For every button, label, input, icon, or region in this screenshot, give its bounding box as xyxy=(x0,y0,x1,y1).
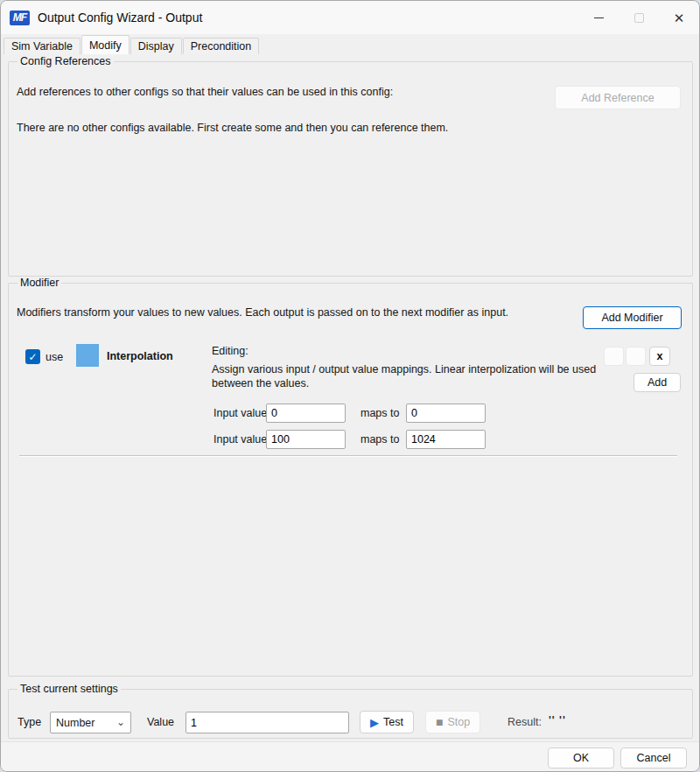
modifier-title: Modifier xyxy=(18,277,61,289)
modifier-name: Interpolation xyxy=(107,350,173,362)
add-mapping-button[interactable]: Add xyxy=(634,373,681,392)
config-references-group: Config References Add references to othe… xyxy=(8,61,693,277)
add-modifier-button[interactable]: Add Modifier xyxy=(583,306,682,329)
maximize-button xyxy=(619,1,659,34)
mapping-input-field[interactable] xyxy=(266,430,346,449)
modifier-separator xyxy=(19,455,677,457)
use-label: use xyxy=(46,351,63,363)
editing-description: Assign various input / output value mapp… xyxy=(212,363,632,390)
minimize-icon xyxy=(594,18,604,18)
output-config-wizard-window: MF Output Config Wizard - Output ✕ Sim V… xyxy=(0,0,700,772)
modifier-description: Modifiers transform your values to new v… xyxy=(17,306,508,319)
title-bar[interactable]: MF Output Config Wizard - Output ✕ xyxy=(1,1,699,34)
stop-icon: ■ xyxy=(436,715,443,729)
tab-display[interactable]: Display xyxy=(130,38,182,54)
config-references-description: Add references to other configs so that … xyxy=(17,86,393,98)
minimize-button[interactable] xyxy=(578,1,619,34)
tab-precondition[interactable]: Precondition xyxy=(183,38,260,54)
cancel-button[interactable]: Cancel xyxy=(620,747,687,768)
stop-button-label: Stop xyxy=(447,716,470,728)
value-label: Value xyxy=(147,716,174,728)
window-title: Output Config Wizard - Output xyxy=(38,11,202,25)
modifier-color-swatch[interactable] xyxy=(76,344,99,367)
test-value-field[interactable] xyxy=(186,712,349,733)
check-icon: ✓ xyxy=(28,351,37,363)
maps-to-label: maps to xyxy=(360,433,399,446)
input-value-label: Input value xyxy=(214,433,267,446)
mapping-input-field[interactable] xyxy=(266,404,346,423)
play-icon: ▶ xyxy=(370,716,379,729)
input-value-label: Input value xyxy=(214,407,267,419)
app-logo-icon: MF xyxy=(10,11,30,25)
tab-strip: Sim Variable Modify Display Precondition xyxy=(4,35,260,54)
mapping-output-field[interactable] xyxy=(406,430,486,449)
test-settings-group: Test current settings Type Number ⌄ Valu… xyxy=(8,689,693,739)
chevron-down-icon: ⌄ xyxy=(116,719,125,726)
remove-modifier-button[interactable]: x xyxy=(649,347,670,366)
move-down-button xyxy=(626,347,646,366)
close-icon: ✕ xyxy=(674,11,685,25)
test-button-label: Test xyxy=(383,716,403,728)
type-dropdown[interactable]: Number ⌄ xyxy=(50,712,131,733)
move-up-button xyxy=(604,347,624,366)
stop-button: ■ Stop xyxy=(425,711,480,733)
result-label: Result: xyxy=(508,716,542,728)
tab-sim-variable[interactable]: Sim Variable xyxy=(4,38,80,54)
modifier-group: Modifier Modifiers transform your values… xyxy=(8,283,693,677)
type-label: Type xyxy=(18,716,41,728)
test-settings-title: Test current settings xyxy=(18,683,121,695)
dialog-footer: OK Cancel xyxy=(1,741,699,771)
maps-to-label: maps to xyxy=(360,407,399,419)
type-dropdown-value: Number xyxy=(56,717,94,729)
ok-button[interactable]: OK xyxy=(548,747,614,768)
editing-label: Editing: xyxy=(212,345,248,357)
use-checkbox[interactable]: ✓ xyxy=(25,349,40,364)
result-value: '' '' xyxy=(549,714,566,726)
add-reference-button: Add Reference xyxy=(555,86,681,109)
test-button[interactable]: ▶ Test xyxy=(360,711,414,733)
mapping-output-field[interactable] xyxy=(406,404,486,423)
config-references-title: Config References xyxy=(18,55,114,67)
tab-modify[interactable]: Modify xyxy=(81,35,130,54)
maximize-icon xyxy=(634,13,644,23)
close-button[interactable]: ✕ xyxy=(659,1,699,34)
config-references-empty-message: There are no other configs available. Fi… xyxy=(17,122,448,134)
